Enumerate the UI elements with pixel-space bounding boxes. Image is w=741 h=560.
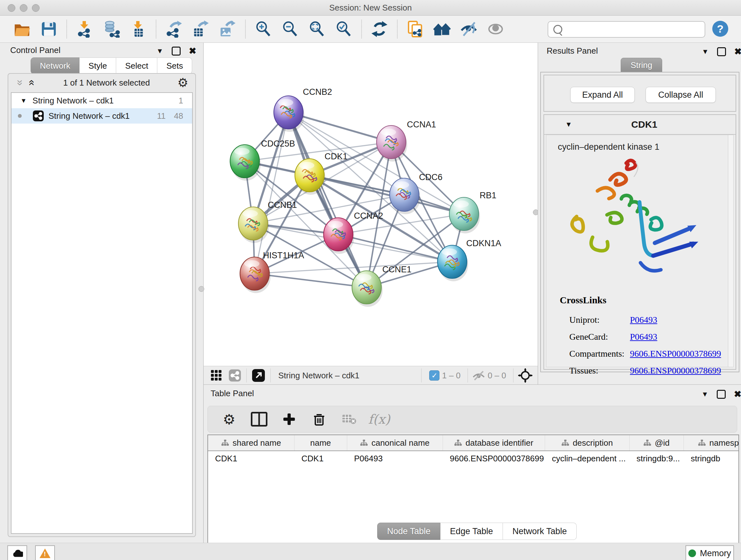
- help-button[interactable]: ?: [712, 21, 728, 37]
- network-edge[interactable]: [255, 273, 367, 287]
- network-tree-child-row[interactable]: String Network – cdk1 11 48: [11, 108, 192, 124]
- delete-column-trash-icon[interactable]: [311, 411, 328, 428]
- cloud-button[interactable]: [7, 545, 27, 560]
- crosslink-link[interactable]: P06493: [630, 315, 657, 325]
- expand-all-networks-icon[interactable]: «: [28, 80, 37, 86]
- footer-separator: [513, 368, 514, 382]
- crosslink-link[interactable]: P06493: [630, 332, 657, 342]
- add-column-icon[interactable]: [280, 411, 298, 428]
- column-header-description[interactable]: description: [545, 435, 629, 451]
- string-network-graph[interactable]: CCNB2CCNA1CDC25BCDK1CDC6RB1CCNB1CCNA2CDK…: [204, 43, 538, 366]
- column-header-database-identifier[interactable]: database identifier: [443, 435, 545, 451]
- selected-checkbox-icon[interactable]: ✓: [429, 370, 440, 381]
- close-panel-icon[interactable]: ✖: [734, 391, 741, 398]
- network-edge[interactable]: [288, 112, 367, 287]
- hidden-eye-icon[interactable]: [472, 370, 485, 381]
- network-edge[interactable]: [255, 112, 288, 273]
- collapse-all-networks-icon[interactable]: »: [16, 80, 25, 86]
- selected-counts: 1 – 0: [442, 371, 461, 381]
- table-cell[interactable]: cyclin–dependent ...: [545, 451, 629, 466]
- memory-button[interactable]: Memory: [685, 545, 734, 560]
- function-builder-icon[interactable]: f(x): [370, 411, 388, 428]
- crosslink-label: GeneCard:: [569, 332, 630, 342]
- collapse-all-button[interactable]: Collapse All: [646, 87, 716, 103]
- table-settings-gear-icon[interactable]: ⚙: [220, 411, 238, 428]
- import-network-file-icon[interactable]: [75, 20, 94, 38]
- expand-all-button[interactable]: Expand All: [570, 87, 635, 103]
- column-header-namespace[interactable]: namespace: [684, 435, 739, 451]
- show-columns-icon[interactable]: [251, 411, 268, 428]
- float-panel-icon[interactable]: [717, 47, 726, 56]
- table-cell[interactable]: 9606.ENSP00000378699: [443, 451, 545, 466]
- tab-style[interactable]: Style: [79, 57, 116, 74]
- refresh-icon[interactable]: [370, 20, 389, 38]
- collapse-triangle-icon[interactable]: ▼: [565, 120, 572, 129]
- table-cell[interactable]: stringdb:9...: [629, 451, 684, 466]
- zoom-in-icon[interactable]: [254, 20, 273, 38]
- current-network-dot-icon: [18, 114, 22, 118]
- import-network-database-icon[interactable]: [102, 20, 121, 38]
- birds-eye-view-icon[interactable]: [209, 368, 223, 382]
- open-in-window-icon[interactable]: [251, 368, 266, 383]
- home-icon[interactable]: [433, 20, 451, 38]
- close-panel-icon[interactable]: ✖: [734, 48, 741, 55]
- float-panel-icon[interactable]: [172, 47, 181, 56]
- gene-section-header[interactable]: ▼ CDK1: [544, 115, 736, 135]
- save-session-icon[interactable]: [40, 20, 58, 38]
- crosslink-link[interactable]: 9606.ENSP00000378699: [630, 366, 721, 376]
- node-label-HIST1H1A: HIST1H1A: [263, 251, 304, 260]
- column-header-shared-name[interactable]: shared name: [208, 435, 294, 451]
- network-tree-root-row[interactable]: ▼ String Network – cdk1 1: [11, 93, 192, 108]
- fit-selected-crosshair-icon[interactable]: [518, 368, 533, 383]
- table-cell[interactable]: CDK1: [294, 451, 347, 466]
- node-label-CCNA1: CCNA1: [407, 120, 436, 129]
- warning-button[interactable]: [35, 545, 55, 560]
- column-header-canonical-name[interactable]: canonical name: [347, 435, 443, 451]
- open-session-icon[interactable]: [13, 20, 31, 38]
- zoom-out-icon[interactable]: [281, 20, 299, 38]
- network-type-icon[interactable]: [228, 368, 242, 382]
- gene-section-content: cyclin–dependent kinase 1: [546, 135, 734, 367]
- control-panel: Control Panel ▼ ✖ Network Style Select S…: [0, 43, 204, 543]
- left-splitter-handle[interactable]: [199, 286, 204, 292]
- import-table-file-icon[interactable]: [129, 20, 147, 38]
- export-network-icon[interactable]: [165, 20, 183, 38]
- crosslink-link[interactable]: 9606.ENSP00000378699: [630, 349, 721, 359]
- minimize-panel-icon[interactable]: ▼: [156, 47, 163, 55]
- footer-separator: [246, 368, 247, 382]
- collapse-triangle-icon[interactable]: ▼: [20, 97, 27, 105]
- table-panel-title: Table Panel: [211, 388, 254, 398]
- hide-selected-eye-icon[interactable]: [460, 20, 478, 38]
- minimize-panel-icon[interactable]: ▼: [701, 390, 709, 398]
- network-selection-status: 1 of 1 Network selected: [36, 78, 178, 88]
- network-canvas[interactable]: CCNB2CCNA1CDC25BCDK1CDC6RB1CCNB1CCNA2CDK…: [204, 43, 538, 366]
- results-vertical-scrollbar[interactable]: [728, 135, 733, 367]
- network-options-gear-icon[interactable]: ⚙: [178, 76, 188, 90]
- delete-table-icon[interactable]: [340, 411, 358, 428]
- float-panel-icon[interactable]: [717, 390, 726, 399]
- zoom-selected-icon[interactable]: [334, 20, 353, 38]
- tab-network[interactable]: Network: [30, 57, 79, 74]
- tab-network-table[interactable]: Network Table: [503, 523, 577, 540]
- search-input[interactable]: [567, 24, 700, 35]
- edge-count: 48: [174, 111, 183, 121]
- table-cell[interactable]: P06493: [347, 451, 443, 466]
- clone-network-icon[interactable]: [406, 20, 424, 38]
- column-header--id[interactable]: @id: [629, 435, 684, 451]
- show-all-eye-icon[interactable]: [486, 20, 505, 38]
- tab-sets[interactable]: Sets: [157, 57, 192, 74]
- zoom-fit-icon[interactable]: [308, 20, 326, 38]
- tab-select[interactable]: Select: [116, 57, 157, 74]
- close-panel-icon[interactable]: ✖: [189, 48, 196, 55]
- column-header-name[interactable]: name: [294, 435, 347, 451]
- tab-node-table[interactable]: Node Table: [377, 523, 441, 540]
- tab-string[interactable]: String: [621, 58, 662, 72]
- table-cell[interactable]: stringdb: [684, 451, 739, 466]
- crosslink-row: GeneCard:P06493: [569, 328, 721, 345]
- tab-edge-table[interactable]: Edge Table: [441, 523, 503, 540]
- table-row[interactable]: CDK1CDK1P064939606.ENSP00000378699cyclin…: [208, 451, 739, 466]
- export-table-icon[interactable]: [192, 20, 210, 38]
- minimize-panel-icon[interactable]: ▼: [702, 48, 709, 56]
- export-image-icon[interactable]: [218, 20, 237, 38]
- table-cell[interactable]: CDK1: [208, 451, 294, 466]
